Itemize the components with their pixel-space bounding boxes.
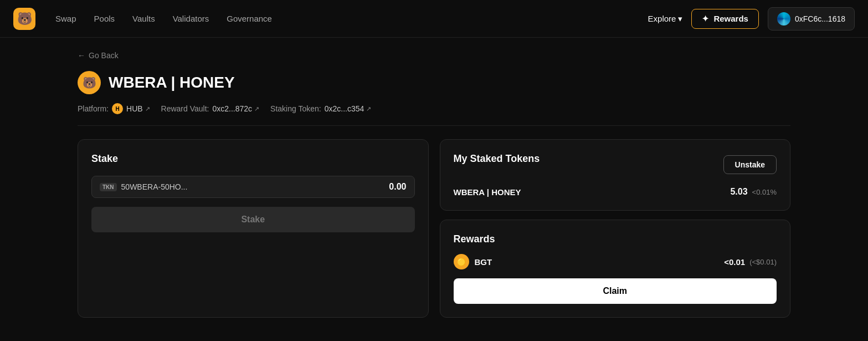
explore-button[interactable]: Explore ▾ [648,14,683,24]
header-left: 🐻 Swap Pools Vaults Validators Governanc… [13,8,272,30]
nav-governance[interactable]: Governance [227,14,272,23]
page-title: WBERA | HONEY [109,74,235,91]
wallet-address: 0xFC6c...1618 [795,14,845,23]
page-title-row: 🐻 WBERA | HONEY [78,71,790,94]
external-link-icon-3: ↗ [366,105,371,113]
main-nav: Swap Pools Vaults Validators Governance [55,14,272,23]
reward-vault-label: Reward Vault: [161,104,209,113]
staking-token-label: Staking Token: [270,104,321,113]
platform-row: Platform: H HUB ↗ Reward Vault: 0xc2...8… [78,103,790,126]
wallet-button[interactable]: 0xFC6c...1618 [768,7,855,30]
main-content: ← Go Back 🐻 WBERA | HONEY Platform: H HU… [0,51,868,318]
token-selector[interactable]: TKN 50WBERA-50HO... [100,182,187,191]
staked-tokens-title: My Staked Tokens [454,153,540,165]
explore-label: Explore [648,14,676,23]
platform-label: Platform: [78,104,109,113]
reward-amounts: <0.01 (<$0.01) [724,257,777,267]
cards-grid: Stake TKN 50WBERA-50HO... 0.00 Stake My … [78,139,790,318]
nav-swap[interactable]: Swap [55,14,76,23]
stake-card-title: Stake [91,153,415,165]
reward-usd: (<$0.01) [749,258,777,266]
arrow-left-icon: ← [78,51,85,60]
nav-validators[interactable]: Validators [173,14,209,23]
token-input-row: TKN 50WBERA-50HO... 0.00 [91,176,415,198]
reward-vault-link[interactable]: 0xc2...872c ↗ [212,104,259,113]
external-link-icon-2: ↗ [254,105,259,113]
unstake-button[interactable]: Unstake [723,155,777,174]
external-link-icon: ↗ [145,105,150,113]
staked-percentage: <0.01% [752,188,777,196]
reward-value: <0.01 [724,257,745,267]
back-label: Go Back [89,51,119,60]
nav-pools[interactable]: Pools [94,14,115,23]
wallet-avatar [777,12,790,26]
header-right: Explore ▾ ✦ Rewards 0xFC6c...1618 [648,7,855,30]
staked-amount: 5.03 <0.01% [730,187,777,197]
staking-token-link[interactable]: 0x2c...c354 ↗ [325,104,372,113]
staked-tokens-card: My Staked Tokens Unstake WBERA | HONEY 5… [440,139,791,211]
staked-header: My Staked Tokens Unstake [454,153,777,176]
star-icon: ✦ [702,14,709,24]
chevron-down-icon: ▾ [678,14,682,24]
nav-vaults[interactable]: Vaults [132,14,155,23]
app-logo[interactable]: 🐻 [13,8,35,30]
reward-vault-address: 0xc2...872c [212,104,252,113]
staked-token-name: WBERA | HONEY [454,187,521,197]
bgt-label: BGT [475,257,492,267]
staked-value: 5.03 [730,187,747,197]
staking-token-address: 0x2c...c354 [325,104,364,113]
back-link[interactable]: ← Go Back [78,51,790,60]
pair-icon: 🐻 [78,71,101,94]
tkn-badge: TKN [100,183,117,191]
claim-button[interactable]: Claim [454,278,777,304]
rewards-label: Rewards [713,14,748,23]
hub-link[interactable]: HUB ↗ [126,104,150,113]
bgt-icon: 🟡 [454,254,469,269]
staked-token-row: WBERA | HONEY 5.03 <0.01% [454,187,777,197]
stake-card: Stake TKN 50WBERA-50HO... 0.00 Stake [78,139,429,318]
header: 🐻 Swap Pools Vaults Validators Governanc… [0,0,868,38]
reward-token: 🟡 BGT [454,254,492,269]
hub-icon: H [112,103,123,114]
hub-label: HUB [126,104,143,113]
right-column: My Staked Tokens Unstake WBERA | HONEY 5… [440,139,791,318]
rewards-card: Rewards 🟡 BGT <0.01 (<$0.01) Claim [440,220,791,318]
rewards-button[interactable]: ✦ Rewards [691,9,759,29]
token-name: 50WBERA-50HO... [121,182,188,191]
reward-row: 🟡 BGT <0.01 (<$0.01) [454,254,777,269]
rewards-card-title: Rewards [454,233,777,245]
token-amount: 0.00 [389,182,406,192]
stake-button[interactable]: Stake [91,207,415,232]
